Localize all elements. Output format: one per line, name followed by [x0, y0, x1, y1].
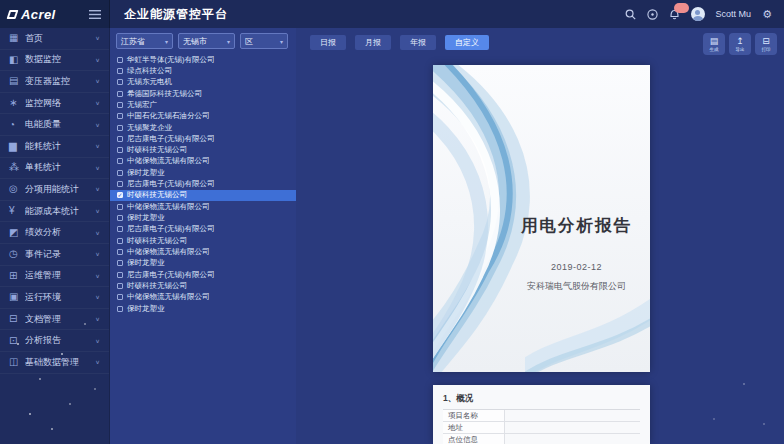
checkbox[interactable]: ✓: [117, 91, 123, 97]
tree-item[interactable]: ✓中储保物流无锡有限公司: [110, 201, 296, 212]
tree-item[interactable]: ✓绿点科技公司: [110, 65, 296, 76]
report-type-tabs: 日报 月报 年报 自定义: [310, 35, 489, 50]
checkbox[interactable]: ✓: [117, 102, 123, 108]
sidebar-item-energy-cost[interactable]: ¥能源成本统计∨: [0, 201, 109, 223]
province-select[interactable]: 江苏省▾: [116, 33, 173, 49]
generate-button[interactable]: ▤生成: [703, 33, 725, 55]
chevron-down-icon: ∨: [95, 251, 100, 257]
chevron-down-icon: ∨: [95, 78, 100, 84]
checkbox[interactable]: ✓: [117, 170, 123, 176]
sidebar-item-monitor-network[interactable]: ∗监控网络∨: [0, 93, 109, 115]
chevron-down-icon: ∨: [95, 57, 100, 63]
search-icon[interactable]: [625, 9, 636, 20]
sidebar-item-energy-stat[interactable]: ▆能耗统计∨: [0, 136, 109, 158]
district-select[interactable]: 区▾: [240, 33, 288, 49]
tree-item[interactable]: ✓中储保物流无锡有限公司: [110, 292, 296, 303]
checkbox[interactable]: ✓: [117, 79, 123, 85]
checkbox[interactable]: ✓: [117, 272, 123, 278]
sidebar-item-analysis-report[interactable]: ⊡分析报告∨: [0, 330, 109, 352]
table-row: 地址: [443, 422, 640, 434]
chevron-down-icon: ∨: [95, 35, 100, 41]
sidebar-item-event-record[interactable]: ◷事件记录∨: [0, 244, 109, 266]
notification-bell-icon[interactable]: [669, 8, 680, 20]
help-icon[interactable]: [647, 9, 658, 20]
cost-icon: ¥: [9, 206, 25, 216]
sidebar-item-home[interactable]: ▦首页∨: [0, 28, 109, 50]
tree-item[interactable]: ✓时硕科技无锡公司: [110, 280, 296, 291]
tree-item[interactable]: ✓尼吉康电子(无锡)有限公司: [110, 178, 296, 189]
database-icon: ◫: [9, 357, 25, 367]
cover-wave-bottom-decoration: [525, 287, 650, 372]
tree-item[interactable]: ✓尼吉康电子(无锡)有限公司: [110, 133, 296, 144]
checkbox[interactable]: ✓: [117, 294, 123, 300]
checkbox[interactable]: ✓: [117, 158, 123, 164]
tab-daily-report[interactable]: 日报: [310, 35, 346, 50]
checkbox[interactable]: ✓: [117, 306, 123, 312]
tree-item[interactable]: ✓中储保物流无锡有限公司: [110, 246, 296, 257]
checkbox[interactable]: ✓: [117, 136, 123, 142]
app-title: 企业能源管控平台: [124, 6, 228, 23]
tree-item[interactable]: ✓华虹半导体(无锡)有限公司: [110, 54, 296, 65]
region-filters: 江苏省▾ 无锡市▾ 区▾: [110, 28, 296, 49]
tree-item[interactable]: ✓时硕科技无锡公司: [110, 235, 296, 246]
sidebar-item-runtime-env[interactable]: ▣运行环境∨: [0, 287, 109, 309]
sidebar-item-base-data[interactable]: ◫基础数据管理∨: [0, 352, 109, 374]
checkbox[interactable]: ✓: [117, 283, 123, 289]
tree-item[interactable]: ✓无锡宏广: [110, 99, 296, 110]
tree-item[interactable]: ✓保时龙塑业: [110, 167, 296, 178]
sidebar-item-performance[interactable]: ◩绩效分析∨: [0, 222, 109, 244]
settings-gear-icon[interactable]: ⚙: [762, 9, 772, 20]
checkbox[interactable]: ✓: [117, 204, 123, 210]
checkbox[interactable]: ✓: [117, 125, 123, 131]
user-menu[interactable]: Scott Mu: [716, 9, 752, 19]
notification-badge: [674, 3, 689, 13]
tab-custom-report[interactable]: 自定义: [445, 35, 489, 50]
chevron-down-icon: ▾: [280, 38, 283, 45]
tree-item[interactable]: ✓时硕科技无锡公司: [110, 145, 296, 156]
tab-yearly-report[interactable]: 年报: [400, 35, 436, 50]
sidebar-item-unit-consumption[interactable]: ⁂单耗统计∨: [0, 158, 109, 180]
report-icon: ⊡: [9, 336, 25, 346]
table-row: 点位信息: [443, 434, 640, 444]
sidebar-item-power-quality[interactable]: ◔电能质量∨: [0, 114, 109, 136]
checkbox[interactable]: ✓: [117, 226, 123, 232]
checkbox[interactable]: ✓: [117, 57, 123, 63]
checkbox[interactable]: ✓: [117, 215, 123, 221]
checkbox[interactable]: ✓: [117, 147, 123, 153]
environment-icon: ▣: [9, 292, 25, 302]
tree-item[interactable]: ✓保时龙塑业: [110, 258, 296, 269]
tree-item[interactable]: ✓尼吉康电子(无锡)有限公司: [110, 269, 296, 280]
city-select[interactable]: 无锡市▾: [178, 33, 235, 49]
tree-item[interactable]: ✓中国石化无锡石油分公司: [110, 111, 296, 122]
checkbox[interactable]: ✓: [117, 68, 123, 74]
tree-item[interactable]: ✓保时龙塑业: [110, 212, 296, 223]
sidebar-item-doc-management[interactable]: ⊟文档管理∨: [0, 309, 109, 331]
checkbox[interactable]: ✓: [117, 238, 123, 244]
sidebar-item-ops-management[interactable]: ⊞运维管理∨: [0, 266, 109, 288]
sidebar-item-subitem-energy[interactable]: ◎分项用能统计∨: [0, 179, 109, 201]
export-button[interactable]: ↥导出: [729, 33, 751, 55]
tree-item[interactable]: ✓保时龙塑业: [110, 303, 296, 314]
hamburger-menu-icon[interactable]: [89, 10, 101, 19]
sidebar-nav: ▦首页∨ ◧数据监控∨ ▤变压器监控∨ ∗监控网络∨ ◔电能质量∨ ▆能耗统计∨…: [0, 28, 110, 444]
checkbox[interactable]: ✓: [117, 260, 123, 266]
avatar[interactable]: [691, 7, 705, 21]
tree-item[interactable]: ✓无锡东元电机: [110, 77, 296, 88]
print-button[interactable]: ⊟打印: [755, 33, 777, 55]
chevron-down-icon: ∨: [95, 337, 100, 343]
tree-item[interactable]: ✓尼吉康电子(无锡)有限公司: [110, 224, 296, 235]
tab-monthly-report[interactable]: 月报: [355, 35, 391, 50]
checkbox-checked[interactable]: ✓: [117, 192, 123, 198]
tree-item[interactable]: ✓无锡聚龙企业: [110, 122, 296, 133]
checkbox[interactable]: ✓: [117, 113, 123, 119]
sidebar-item-transformer-monitor[interactable]: ▤变压器监控∨: [0, 71, 109, 93]
header-right: Scott Mu ⚙: [625, 7, 784, 21]
tree-item-selected[interactable]: ✓时硕科技无锡公司: [110, 190, 296, 201]
export-icon: ↥: [736, 36, 744, 46]
sidebar-item-data-monitor[interactable]: ◧数据监控∨: [0, 50, 109, 72]
checkbox[interactable]: ✓: [117, 249, 123, 255]
tree-item[interactable]: ✓希德国际科技无锡公司: [110, 88, 296, 99]
checkbox[interactable]: ✓: [117, 181, 123, 187]
tree-item[interactable]: ✓中储保物流无锡有限公司: [110, 156, 296, 167]
chevron-down-icon: ∨: [95, 121, 100, 127]
